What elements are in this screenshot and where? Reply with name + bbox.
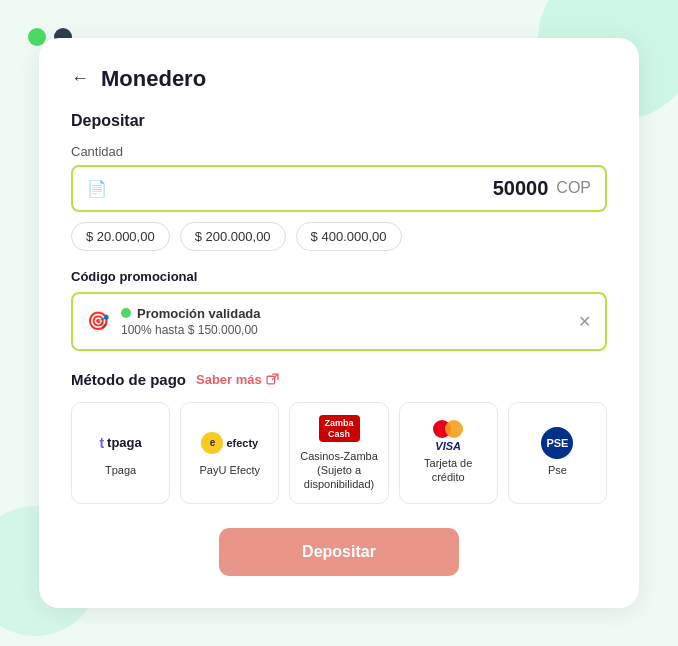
cantidad-label: Cantidad [71, 144, 607, 159]
dot-green [28, 28, 46, 46]
main-card: ← Monedero Depositar Cantidad 📄 50000 CO… [39, 38, 639, 609]
promo-box: 🎯 Promoción validada 100% hasta $ 150.00… [71, 292, 607, 351]
tpaga-label: tpaga [107, 435, 142, 450]
mc-orange-circle [445, 420, 463, 438]
payment-option-tpaga[interactable]: t tpaga Tpaga [71, 402, 170, 505]
promo-validated-row: Promoción validada [121, 306, 566, 321]
page-title: Monedero [101, 66, 206, 92]
efecty-text: efecty [226, 437, 258, 449]
pse-logo-circle: PSE [541, 427, 573, 459]
amount-currency: COP [556, 179, 591, 197]
efecty-name: PayU Efecty [200, 463, 261, 477]
tpaga-logo: t tpaga [99, 429, 141, 457]
svg-rect-0 [267, 376, 275, 384]
promo-close-button[interactable]: ✕ [578, 312, 591, 331]
zamba-logo: ZambaCash [319, 415, 360, 443]
external-link-icon [266, 373, 279, 386]
amount-icon: 📄 [87, 179, 107, 198]
promo-validated-text: Promoción validada [137, 306, 261, 321]
back-button[interactable]: ← [71, 68, 89, 89]
payment-header: Método de pago Saber más [71, 371, 607, 388]
quick-amount-1[interactable]: $ 20.000,00 [71, 222, 170, 251]
amount-value: 50000 [115, 177, 548, 200]
zamba-name: Casinos-Zamba (Sujeto a disponibilidad) [298, 449, 379, 492]
deposit-section-label: Depositar [71, 112, 607, 130]
promo-info: Promoción validada 100% hasta $ 150.000,… [121, 306, 566, 337]
payment-option-efecty[interactable]: e efecty PayU Efecty [180, 402, 279, 505]
saber-mas-link[interactable]: Saber más [196, 372, 279, 387]
payment-option-visa[interactable]: VISA Tarjeta de crédito [399, 402, 498, 505]
zamba-logo-text: ZambaCash [319, 415, 360, 443]
mastercard-logo [433, 420, 463, 438]
saber-mas-text: Saber más [196, 372, 262, 387]
visa-name: Tarjeta de crédito [408, 456, 489, 485]
pse-name: Pse [548, 463, 567, 477]
promo-green-dot [121, 308, 131, 318]
tpaga-name: Tpaga [105, 463, 136, 477]
visa-logo: VISA [433, 422, 463, 450]
deposit-button[interactable]: Depositar [219, 528, 459, 576]
visa-text: VISA [435, 440, 461, 452]
payment-option-pse[interactable]: PSE Pse [508, 402, 607, 505]
quick-amount-3[interactable]: $ 400.000,00 [296, 222, 402, 251]
promo-label: Código promocional [71, 269, 607, 284]
quick-amount-2[interactable]: $ 200.000,00 [180, 222, 286, 251]
tpaga-icon: t [99, 435, 104, 451]
pse-logo: PSE [541, 429, 573, 457]
efecty-logo: e efecty [201, 429, 258, 457]
quick-amounts-row: $ 20.000,00 $ 200.000,00 $ 400.000,00 [71, 222, 607, 251]
card-header: ← Monedero [71, 66, 607, 92]
efecty-circle: e [201, 432, 223, 454]
payment-title: Método de pago [71, 371, 186, 388]
payment-option-zamba[interactable]: ZambaCash Casinos-Zamba (Sujeto a dispon… [289, 402, 388, 505]
promo-icon: 🎯 [87, 310, 109, 332]
payment-options-row: t tpaga Tpaga e efecty PayU Efecty Zamba… [71, 402, 607, 505]
promo-detail: 100% hasta $ 150.000,00 [121, 323, 566, 337]
amount-input-wrap[interactable]: 📄 50000 COP [71, 165, 607, 212]
